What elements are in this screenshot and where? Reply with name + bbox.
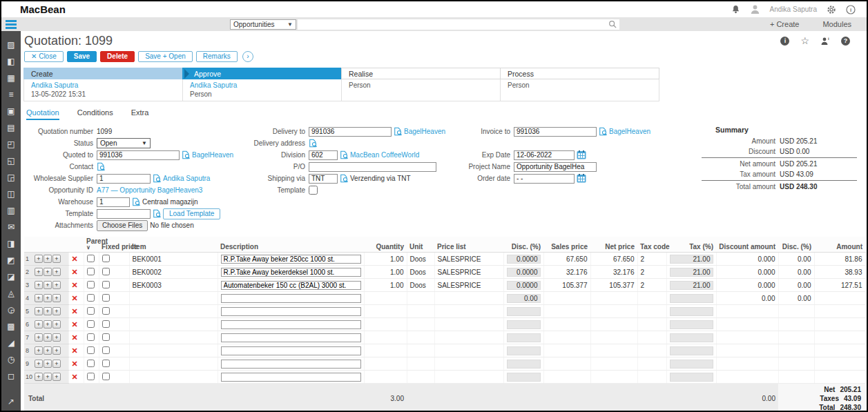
parent-collapse-icon[interactable]: ∨ (86, 245, 96, 251)
search-icon[interactable] (608, 20, 617, 28)
module-sales-icon[interactable]: ◱ (7, 153, 15, 169)
tax-pct-input[interactable] (670, 346, 713, 355)
description-input[interactable] (221, 346, 361, 355)
insert-row-icon[interactable]: + (35, 320, 43, 328)
fixed-price-checkbox[interactable] (102, 268, 110, 275)
delete-row-icon[interactable]: ✕ (72, 307, 78, 315)
parent-checkbox[interactable] (87, 333, 95, 341)
tax-pct-input[interactable] (670, 294, 713, 303)
insert-row-icon[interactable]: + (52, 373, 61, 381)
delete-row-icon[interactable]: ✕ (72, 320, 78, 328)
delete-row-icon[interactable]: ✕ (72, 333, 78, 342)
choose-files-button[interactable]: Choose Files (97, 220, 148, 231)
workflow-stage-create[interactable]: CreateAndika Saputra13-05-2022 15:31 (23, 68, 183, 101)
keyboard-icon[interactable]: ▩ (7, 318, 15, 335)
spreadsheet-icon[interactable]: ▦ (7, 70, 15, 86)
delivery-to-lookup-icon[interactable] (394, 127, 402, 136)
delete-row-icon[interactable]: ✕ (72, 268, 78, 276)
delete-row-icon[interactable]: ✕ (72, 294, 78, 302)
order-date-input[interactable] (514, 174, 575, 184)
description-input[interactable] (221, 333, 361, 342)
workflow-stage-header-realise[interactable]: Realise (341, 68, 501, 79)
module-crm-icon[interactable]: ◰ (7, 136, 15, 153)
opportunity-id-link[interactable]: A77 — Opportunity BagelHeaven3 (97, 186, 202, 194)
insert-row-icon[interactable]: + (44, 346, 52, 355)
tab-conditions[interactable]: Conditions (77, 108, 113, 120)
insert-row-icon[interactable]: + (52, 333, 61, 342)
insert-row-icon[interactable]: + (52, 346, 61, 355)
parent-checkbox[interactable] (87, 346, 95, 354)
tax-pct-input[interactable] (670, 333, 713, 342)
disc-pct-input[interactable]: 0.0000 (507, 281, 541, 290)
gear-icon[interactable] (827, 5, 836, 14)
delete-row-icon[interactable]: ✕ (72, 360, 78, 368)
tab-extra[interactable]: Extra (131, 108, 149, 120)
fixed-price-checkbox[interactable] (102, 255, 110, 262)
parent-checkbox[interactable] (87, 294, 95, 302)
avatar-icon[interactable] (750, 4, 760, 14)
disc-pct-input[interactable] (507, 307, 541, 316)
insert-row-icon[interactable]: + (35, 333, 43, 342)
invoice-to-lookup-icon[interactable] (599, 127, 607, 136)
insert-row-icon[interactable]: + (35, 281, 43, 289)
insert-row-icon[interactable]: + (35, 268, 43, 276)
delete-row-icon[interactable]: ✕ (72, 346, 78, 355)
shipping-via-input[interactable] (309, 174, 338, 184)
division-link[interactable]: MacBean CoffeeWorld (350, 151, 419, 159)
tax-pct-input[interactable] (670, 307, 713, 316)
disc-pct-input[interactable]: 0.0000 (507, 255, 541, 264)
description-input[interactable] (221, 281, 361, 290)
insert-row-icon[interactable]: + (35, 360, 43, 368)
p-o-input[interactable] (309, 162, 436, 172)
insert-row-icon[interactable]: + (52, 320, 61, 328)
insert-row-icon[interactable]: + (35, 346, 43, 355)
disc-pct-input[interactable] (507, 360, 541, 369)
delivery-to-input[interactable] (309, 127, 392, 137)
insert-row-icon[interactable]: + (52, 307, 61, 315)
division-input[interactable] (309, 150, 338, 160)
statistics-icon[interactable]: ◢ (8, 335, 14, 351)
parent-checkbox[interactable] (87, 320, 95, 328)
save-button[interactable]: Save (67, 51, 97, 62)
modules-button[interactable]: Modules (822, 20, 851, 28)
parent-checkbox[interactable] (87, 307, 95, 315)
exp-date-input[interactable] (514, 150, 575, 160)
insert-row-icon[interactable]: + (35, 373, 43, 381)
contact-card-icon[interactable]: i (820, 37, 830, 46)
delete-button[interactable]: Delete (100, 51, 135, 62)
partners-icon[interactable]: ◻ (8, 368, 15, 384)
tax-pct-input[interactable]: 21.00 (670, 268, 713, 277)
camera-icon[interactable]: ▣ (7, 103, 15, 119)
division-lookup-icon[interactable] (340, 150, 348, 159)
record-info-icon[interactable]: i (780, 37, 789, 46)
workflow-stage-approve[interactable]: ApproveAndika SaputraPerson (182, 68, 342, 101)
fixed-price-checkbox[interactable] (102, 346, 110, 354)
stage-user-link[interactable]: Andika Saputra (31, 81, 175, 90)
org-chart-icon[interactable]: ◬ (8, 285, 14, 302)
help-icon[interactable]: ? (841, 37, 850, 46)
insert-row-icon[interactable]: + (44, 333, 52, 342)
disc-pct-input[interactable] (507, 346, 541, 355)
insert-row-icon[interactable]: + (44, 373, 52, 381)
company-icon[interactable]: ▨ (7, 37, 15, 53)
finance-icon[interactable]: ◷ (8, 351, 15, 368)
documents-icon[interactable]: ▤ (7, 119, 15, 136)
disc-pct-input[interactable] (507, 373, 541, 382)
description-input[interactable] (221, 268, 361, 277)
description-input[interactable] (221, 255, 361, 264)
next-stage-icon[interactable]: › (242, 51, 253, 62)
parent-checkbox[interactable] (87, 360, 95, 367)
delete-row-icon[interactable]: ✕ (72, 373, 78, 381)
create-button[interactable]: + Create (770, 20, 800, 28)
contacts-icon[interactable]: ◫ (7, 186, 15, 202)
tasks-icon[interactable]: ≡ (8, 86, 13, 103)
insert-row-icon[interactable]: + (52, 360, 61, 368)
dashboard-icon[interactable]: ◧ (7, 53, 15, 70)
disc-pct-input[interactable] (507, 320, 541, 329)
disc-pct-input[interactable] (507, 333, 541, 342)
tax-pct-input[interactable]: 21.00 (670, 255, 713, 264)
shipping-via-lookup-icon[interactable] (340, 174, 348, 183)
insert-row-icon[interactable]: + (44, 255, 52, 263)
project-name-input[interactable] (514, 162, 597, 172)
favorite-star-icon[interactable]: ☆ (800, 37, 809, 46)
